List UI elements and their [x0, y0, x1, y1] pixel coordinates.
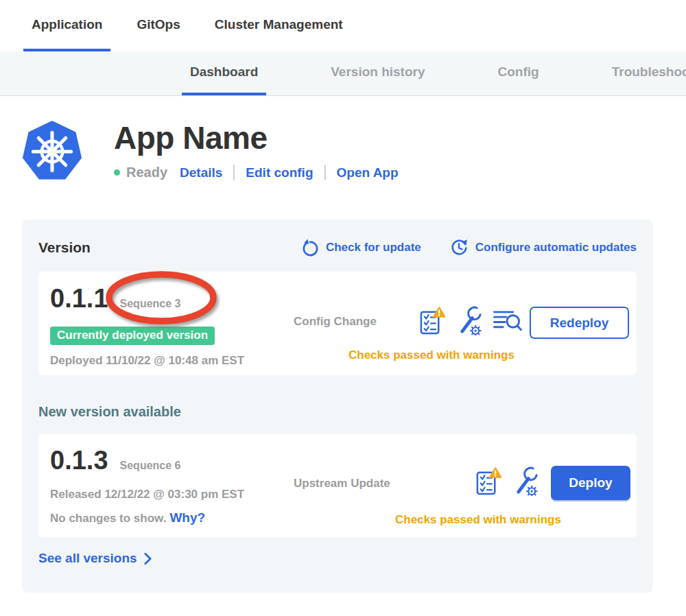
available-version-card: 0.1.3 Sequence 6 Released 12/12/22 @ 03:… — [38, 434, 637, 537]
tab-gitops[interactable]: GitOps — [128, 0, 188, 51]
details-link[interactable]: Details — [180, 165, 222, 180]
view-files-icon[interactable] — [493, 308, 523, 333]
checks-status-text: Checks passed with warnings — [395, 513, 561, 527]
change-type-label: Config Change — [294, 315, 377, 329]
tab-troubleshoot[interactable]: Troubleshoot — [604, 51, 686, 95]
version-panel-title: Version — [38, 239, 91, 256]
version-panel: Version Check for update Configure autom… — [22, 220, 653, 593]
current-version-sequence: Sequence 3 — [120, 298, 181, 310]
check-for-update-link[interactable]: Check for update — [301, 239, 421, 257]
why-link[interactable]: Why? — [169, 510, 205, 525]
see-all-versions-link[interactable]: See all versions — [38, 551, 152, 566]
status-dot-icon — [114, 169, 120, 176]
preflight-checklist-icon[interactable] — [418, 306, 445, 335]
tab-application[interactable]: Application — [23, 0, 110, 51]
status-row: Ready Details Edit config Open App — [114, 165, 399, 180]
configure-auto-updates-link[interactable]: Configure automatic updates — [449, 237, 637, 258]
tab-cluster-management[interactable]: Cluster Management — [206, 0, 351, 51]
tab-dashboard[interactable]: Dashboard — [182, 51, 266, 95]
app-header: App Name Ready Details Edit config Open … — [0, 96, 686, 185]
new-version-heading: New version available — [38, 404, 637, 420]
redeploy-button[interactable]: Redeploy — [530, 307, 629, 339]
primary-nav: Application GitOps Cluster Management — [0, 0, 686, 51]
current-version-card: 0.1.1 Sequence 3 Currently deployed vers… — [38, 272, 637, 375]
available-version-sequence: Sequence 6 — [120, 460, 181, 472]
divider — [324, 165, 326, 180]
refresh-icon — [301, 239, 320, 257]
change-type-label: Upstream Update — [294, 477, 390, 490]
divider — [233, 165, 235, 180]
current-version-number: 0.1.1 — [50, 283, 108, 314]
deployed-badge: Currently deployed version — [50, 327, 215, 345]
tab-version-history[interactable]: Version history — [322, 51, 433, 95]
kubernetes-logo — [21, 118, 84, 185]
available-version-number: 0.1.3 — [50, 445, 108, 476]
preflight-checklist-icon[interactable] — [475, 466, 501, 496]
deploy-button[interactable]: Deploy — [551, 466, 630, 500]
tab-config[interactable]: Config — [490, 51, 547, 95]
deployed-timestamp: Deployed 11/10/22 @ 10:48 am EST — [50, 354, 637, 368]
edit-config-link[interactable]: Edit config — [246, 165, 313, 180]
open-app-link[interactable]: Open App — [337, 165, 399, 180]
page-title: App Name — [114, 119, 399, 156]
checks-status-text: Checks passed with warnings — [348, 348, 514, 362]
secondary-nav: Dashboard Version history Config Trouble… — [0, 51, 686, 96]
status-text: Ready — [126, 165, 167, 180]
config-wrench-icon[interactable] — [455, 306, 483, 335]
config-wrench-icon[interactable] — [511, 466, 539, 496]
clock-refresh-icon — [449, 237, 469, 258]
chevron-right-icon — [144, 552, 152, 565]
